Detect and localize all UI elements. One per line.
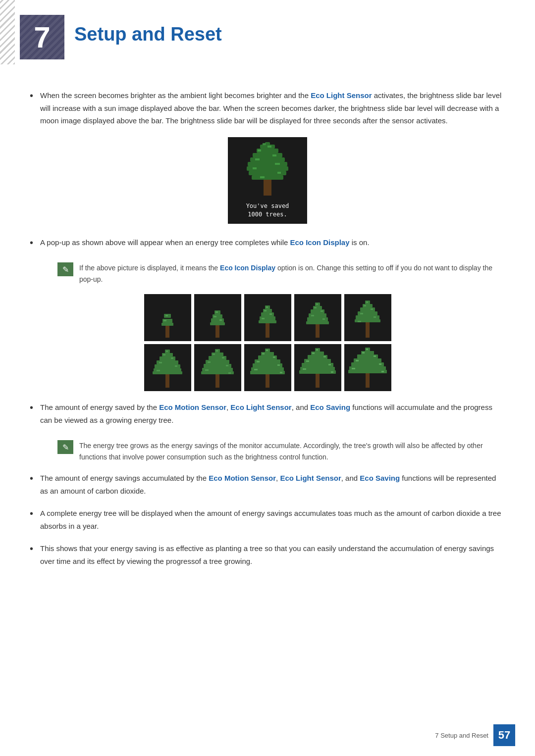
highlight-eco-icon-display-1: Eco Icon Display [290, 238, 350, 247]
tree-svg [238, 140, 297, 199]
svg-rect-139 [379, 363, 381, 365]
note-box-1: If the above picture is displayed, it me… [57, 258, 505, 289]
tree-cell-3 [244, 294, 291, 341]
tree-stage-2-svg [198, 297, 237, 339]
svg-rect-29 [210, 322, 225, 325]
svg-rect-42 [262, 318, 265, 319]
highlight-eco-saving-1: Eco Saving [310, 403, 350, 411]
svg-rect-136 [362, 352, 365, 353]
tree-cell-5 [344, 294, 391, 341]
svg-rect-23 [165, 315, 168, 316]
svg-rect-79 [159, 362, 162, 363]
svg-rect-40 [264, 310, 267, 311]
svg-rect-92 [222, 357, 224, 358]
footer-page-number: 57 [493, 724, 515, 746]
tree-popup-image: You've saved 1000 trees. [228, 137, 307, 224]
svg-rect-49 [306, 321, 329, 324]
tree-stage-1-svg [148, 297, 187, 339]
svg-rect-135 [366, 349, 368, 350]
bullet-item-2: • A pop-up as shown above will appear wh… [30, 236, 505, 249]
svg-rect-94 [226, 365, 228, 366]
svg-rect-65 [360, 313, 363, 314]
svg-rect-51 [314, 307, 317, 308]
tree-stage-5-svg [348, 297, 387, 339]
highlight-eco-light-sensor-1: Eco Light Sensor [311, 91, 372, 100]
tree-cell-10 [344, 344, 391, 391]
svg-rect-81 [157, 370, 160, 371]
svg-rect-39 [266, 306, 268, 308]
bullet-item-1: • When the screen becomes brighter as th… [30, 89, 505, 127]
bullet-text-5: A complete energy tree will be displayed… [40, 507, 505, 532]
bullet-dot-4: • [30, 473, 33, 484]
svg-rect-106 [262, 353, 265, 354]
svg-rect-80 [175, 365, 177, 367]
tree-stage-3-svg [248, 297, 287, 339]
note-icon-2 [57, 440, 73, 454]
svg-rect-110 [254, 369, 258, 370]
bullet-dot-2: • [30, 237, 33, 249]
svg-rect-120 [316, 349, 318, 351]
svg-rect-19 [165, 324, 169, 338]
bullet-text-2: A pop-up as shown above will appear when… [40, 236, 370, 249]
svg-rect-3 [253, 153, 282, 157]
svg-rect-125 [303, 368, 306, 370]
bullet-text-4: The amount of energy savings accumulated… [40, 472, 505, 497]
svg-rect-127 [366, 371, 370, 388]
tree-grid-row2 [30, 344, 505, 391]
svg-rect-78 [171, 357, 173, 359]
tree-stage-6-svg [148, 347, 187, 389]
svg-rect-8 [252, 175, 283, 180]
svg-rect-15 [253, 167, 257, 169]
tree-stage-10-svg [348, 347, 387, 389]
tree-stage-4-svg [298, 297, 337, 339]
svg-rect-11 [258, 150, 261, 151]
svg-rect-55 [366, 321, 370, 338]
highlight-eco-motion-sensor-2: Eco Motion Sensor [209, 474, 276, 482]
tree-stage-9-svg [298, 347, 337, 389]
note-icon-1 [57, 262, 73, 276]
svg-rect-137 [374, 355, 376, 357]
svg-rect-14 [275, 163, 280, 165]
tree-cell-1 [144, 294, 191, 341]
svg-rect-140 [352, 368, 355, 369]
svg-rect-90 [216, 350, 218, 352]
svg-rect-77 [163, 354, 165, 355]
svg-rect-24 [163, 320, 166, 321]
chapter-number-box: 7 [20, 15, 64, 59]
svg-rect-124 [328, 364, 331, 365]
bullet-text-3: The amount of energy saved by the Eco Mo… [40, 401, 505, 426]
page-header: 7 Setup and Reset [0, 0, 535, 69]
svg-rect-52 [321, 310, 323, 312]
bullet-item-6: • This shows that your energy saving is … [30, 542, 505, 567]
svg-rect-141 [381, 371, 384, 372]
footer-label: 7 Setup and Reset [435, 732, 488, 739]
svg-rect-96 [228, 372, 231, 374]
chapter-number: 7 [34, 20, 50, 54]
svg-rect-121 [312, 353, 315, 354]
svg-rect-108 [257, 361, 260, 362]
svg-rect-30 [215, 311, 218, 313]
header-stripe-decoration [0, 0, 15, 64]
bullet-text-1: When the screen becomes brighter as the … [40, 89, 505, 127]
highlight-eco-light-sensor-2: Eco Light Sensor [230, 403, 291, 411]
svg-rect-17 [260, 176, 265, 178]
page-footer: 7 Setup and Reset 57 [435, 724, 515, 746]
svg-rect-28 [211, 318, 224, 322]
main-content: • When the screen becomes brighter as th… [0, 69, 535, 607]
svg-rect-107 [273, 356, 275, 358]
svg-rect-95 [205, 369, 209, 371]
svg-rect-36 [261, 312, 274, 316]
svg-rect-63 [364, 305, 366, 306]
svg-rect-67 [358, 321, 361, 322]
svg-rect-33 [266, 321, 269, 338]
svg-rect-38 [259, 320, 276, 323]
svg-rect-111 [280, 372, 282, 373]
note-text-1: If the above picture is displayed, it me… [79, 262, 505, 285]
tree-cell-8 [244, 344, 291, 391]
tree-grid-row1 [30, 294, 505, 341]
highlight-eco-icon-display-2: Eco Icon Display [220, 264, 275, 272]
tree-cell-4 [294, 294, 341, 341]
note-box-2: The energy tree grows as the energy savi… [57, 436, 505, 467]
tree-popup-image-container: You've saved 1000 trees. [30, 137, 505, 224]
popup-text: You've saved 1000 trees. [246, 202, 289, 219]
